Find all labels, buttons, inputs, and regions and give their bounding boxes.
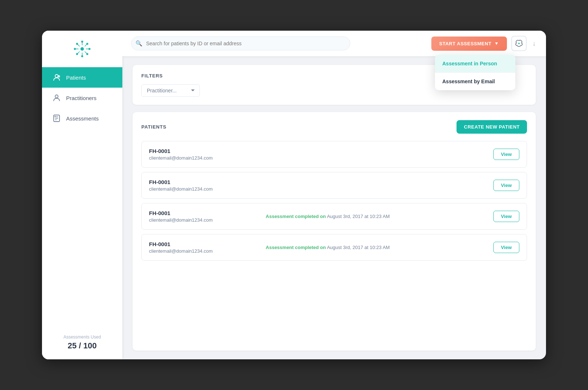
arrow-down-icon: ▼ bbox=[495, 41, 499, 46]
page-content: FILTERS Practitioner... PATIENTS CREATE … bbox=[122, 56, 546, 359]
patient-row: FH-0001 clientemail@domain1234.com View bbox=[141, 172, 527, 199]
assessments-used-label: Assessments Used bbox=[64, 334, 101, 340]
start-assessment-button[interactable]: START ASSESSMENT ▼ bbox=[431, 37, 507, 51]
sidebar-item-patients[interactable]: Patients bbox=[42, 67, 122, 88]
create-new-patient-button[interactable]: CREATE NEW PATIENT bbox=[457, 120, 527, 134]
main-content: 🔍 START ASSESSMENT ▼ ↓ bbox=[122, 31, 546, 359]
patient-info: FH-0001 clientemail@domain1234.com bbox=[149, 148, 260, 161]
patient-id: FH-0001 bbox=[149, 148, 260, 154]
patient-email: clientemail@domain1234.com bbox=[149, 217, 260, 223]
patient-status-completed: Assessment completed on August 3rd, 2017… bbox=[266, 214, 488, 219]
sidebar-practitioners-label: Practitioners bbox=[66, 95, 96, 101]
view-patient-button[interactable]: View bbox=[493, 180, 519, 191]
svg-point-17 bbox=[55, 74, 58, 77]
svg-point-0 bbox=[81, 47, 84, 50]
sidebar-item-assessments[interactable]: Assessments bbox=[42, 108, 122, 129]
svg-point-10 bbox=[81, 56, 83, 57]
patient-status-completed: Assessment completed on August 3rd, 2017… bbox=[266, 245, 488, 250]
svg-point-16 bbox=[76, 53, 78, 55]
patient-info: FH-0001 clientemail@domain1234.com bbox=[149, 179, 260, 192]
patient-id: FH-0001 bbox=[149, 179, 260, 185]
dropdown-item-in-person[interactable]: Assessment in Person bbox=[435, 55, 515, 73]
search-input[interactable] bbox=[131, 37, 350, 50]
header: 🔍 START ASSESSMENT ▼ ↓ bbox=[122, 31, 546, 56]
view-patient-button[interactable]: View bbox=[493, 211, 519, 222]
patient-id: FH-0001 bbox=[149, 241, 260, 247]
view-patient-button[interactable]: View bbox=[493, 149, 519, 160]
practitioners-icon bbox=[52, 93, 61, 102]
status-date: August 3rd, 2017 at 10:23 AM bbox=[327, 245, 390, 250]
svg-point-14 bbox=[87, 53, 88, 55]
svg-point-9 bbox=[81, 41, 83, 42]
sidebar-nav: Patients Practitioners bbox=[42, 67, 122, 129]
sidebar-patients-label: Patients bbox=[66, 74, 86, 81]
patient-row: FH-0001 clientemail@domain1234.com Asses… bbox=[141, 234, 527, 261]
svg-point-11 bbox=[74, 48, 76, 50]
header-actions: START ASSESSMENT ▼ ↓ Assessment in Perso… bbox=[431, 36, 537, 51]
patients-title: PATIENTS bbox=[141, 124, 167, 130]
svg-point-13 bbox=[76, 43, 78, 45]
patient-id: FH-0001 bbox=[149, 210, 260, 216]
app-logo bbox=[71, 38, 93, 60]
patient-info: FH-0001 clientemail@domain1234.com bbox=[149, 210, 260, 223]
search-icon: 🔍 bbox=[135, 40, 142, 47]
app-container: Patients Practitioners bbox=[42, 31, 546, 359]
assessments-used-count: 25 / 100 bbox=[64, 341, 101, 351]
dropdown-item-by-email[interactable]: Assessment by Email bbox=[435, 73, 515, 90]
assessment-dropdown-menu: Assessment in Person Assessment by Email bbox=[435, 55, 515, 90]
assessments-icon bbox=[52, 114, 61, 123]
brain-icon-button[interactable] bbox=[511, 36, 527, 51]
svg-point-12 bbox=[89, 48, 90, 50]
status-completed-label: Assessment completed on bbox=[266, 245, 326, 250]
svg-point-15 bbox=[87, 43, 88, 45]
patient-email: clientemail@domain1234.com bbox=[149, 186, 260, 192]
practitioner-filter[interactable]: Practitioner... bbox=[141, 84, 200, 97]
sidebar: Patients Practitioners bbox=[42, 31, 122, 359]
patient-email: clientemail@domain1234.com bbox=[149, 248, 260, 254]
status-completed-label: Assessment completed on bbox=[266, 214, 326, 219]
start-assessment-label: START ASSESSMENT bbox=[439, 41, 492, 46]
search-bar-container: 🔍 bbox=[131, 37, 350, 50]
status-date: August 3rd, 2017 at 10:23 AM bbox=[327, 214, 390, 219]
patient-row: FH-0001 clientemail@domain1234.com Asses… bbox=[141, 203, 527, 230]
patient-row: FH-0001 clientemail@domain1234.com View bbox=[141, 141, 527, 168]
view-patient-button[interactable]: View bbox=[493, 242, 519, 253]
sidebar-bottom: Assessments Used 25 / 100 bbox=[55, 326, 110, 359]
patient-info: FH-0001 clientemail@domain1234.com bbox=[149, 241, 260, 254]
patient-email: clientemail@domain1234.com bbox=[149, 155, 260, 161]
sidebar-assessments-label: Assessments bbox=[66, 115, 99, 122]
patients-icon bbox=[52, 73, 61, 82]
patients-header: PATIENTS CREATE NEW PATIENT bbox=[141, 120, 527, 134]
sidebar-item-practitioners[interactable]: Practitioners bbox=[42, 88, 122, 108]
svg-point-21 bbox=[55, 95, 58, 98]
download-icon[interactable]: ↓ bbox=[531, 38, 537, 49]
patients-section: PATIENTS CREATE NEW PATIENT FH-0001 clie… bbox=[133, 112, 536, 351]
svg-point-26 bbox=[518, 43, 520, 44]
